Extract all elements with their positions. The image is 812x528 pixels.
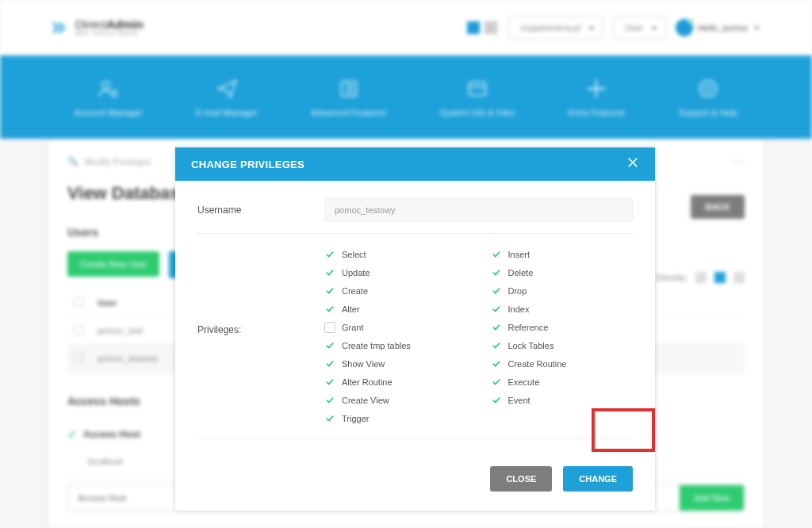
privilege-label: Create Routine [508, 359, 567, 369]
privilege-label: Alter Routine [342, 377, 393, 387]
privilege-label: Lock Tables [508, 341, 554, 350]
privilege-label: Update [342, 268, 370, 277]
check-icon[interactable] [324, 413, 335, 424]
privilege-item[interactable]: Create [324, 281, 467, 300]
top-bar: DirectAdmin web control panel mojadomena… [0, 0, 812, 55]
row-checkbox[interactable] [74, 353, 83, 362]
privileges-label: Privileges: [197, 245, 324, 335]
domain-select[interactable]: mojadomena.pl [508, 16, 603, 40]
density-normal[interactable] [714, 272, 726, 283]
privilege-label: Alter [342, 304, 360, 314]
nav-email-manager[interactable]: E-mail Manager [196, 78, 258, 117]
privilege-item[interactable]: Delete [491, 263, 634, 281]
modal-title: CHANGE PRIVILEGES [191, 159, 304, 170]
main-nav: Account Manager E-mail Manager Advanced … [0, 55, 812, 139]
username-field[interactable]: pomoc_testowy [324, 198, 633, 222]
privilege-label: Create tmp tables [342, 341, 411, 350]
check-icon[interactable] [324, 358, 335, 369]
select-all-checkbox[interactable] [74, 297, 83, 307]
check-icon[interactable] [324, 304, 335, 315]
check-icon[interactable] [324, 285, 335, 297]
close-button[interactable]: CLOSE [490, 466, 552, 492]
privilege-label: Select [342, 250, 366, 259]
privilege-label: Reference [508, 323, 549, 332]
privilege-item[interactable]: Update [324, 263, 467, 281]
nav-system-info[interactable]: System Info & Files [439, 78, 515, 117]
privilege-item[interactable]: Insert [491, 245, 634, 263]
privilege-label: Grant [342, 323, 364, 332]
checkbox-icon[interactable] [324, 322, 335, 333]
privilege-label: Event [508, 396, 530, 405]
svg-rect-2 [341, 81, 356, 96]
avatar-icon [676, 19, 693, 36]
add-host-button[interactable]: Add New [680, 485, 744, 511]
check-icon[interactable] [491, 358, 502, 369]
check-icon[interactable] [491, 249, 502, 260]
brand-logo[interactable]: DirectAdmin web control panel [52, 18, 144, 36]
privilege-item[interactable]: Create tmp tables [324, 336, 467, 354]
density-compact[interactable] [695, 272, 707, 283]
create-user-button[interactable]: Create New User [67, 251, 159, 277]
check-icon[interactable] [491, 304, 502, 315]
back-button[interactable]: BACK [691, 195, 745, 219]
check-icon[interactable] [324, 377, 335, 388]
check-icon[interactable] [324, 340, 335, 351]
check-icon[interactable] [324, 395, 335, 406]
check-icon: ✓ [67, 428, 77, 441]
username-label: Username [197, 205, 308, 216]
svg-point-5 [704, 85, 711, 92]
privilege-item[interactable]: Alter Routine [324, 373, 467, 391]
privilege-item[interactable]: Create View [324, 391, 467, 409]
privilege-label: Index [508, 304, 530, 314]
svg-point-4 [700, 80, 717, 97]
check-icon[interactable] [491, 377, 502, 388]
change-privileges-modal: CHANGE PRIVILEGES Username pomoc_testowy… [175, 147, 655, 511]
nav-extra-features[interactable]: Extra Features [568, 78, 625, 117]
svg-point-1 [111, 90, 117, 96]
brand-title: DirectAdmin [75, 18, 144, 30]
nav-account-manager[interactable]: Account Manager [75, 78, 143, 117]
check-icon[interactable] [491, 395, 502, 406]
privilege-item[interactable]: Grant [324, 318, 467, 336]
privilege-item[interactable]: Index [491, 300, 634, 318]
privilege-item[interactable]: Execute [491, 373, 634, 391]
density-comfortable[interactable] [733, 272, 745, 283]
privilege-item[interactable]: Alter [324, 300, 467, 318]
row-checkbox[interactable] [74, 325, 83, 335]
check-icon[interactable] [491, 322, 502, 333]
privilege-item[interactable]: Show View [324, 354, 467, 373]
check-icon[interactable] [324, 267, 335, 278]
privilege-item[interactable]: Trigger [324, 409, 467, 427]
account-menu[interactable]: Hello, pomoc ▼ [676, 19, 760, 36]
hello-text: Hello, pomoc [698, 23, 749, 33]
check-icon[interactable] [491, 340, 502, 351]
privilege-item[interactable]: Select [324, 245, 467, 263]
view-toggle[interactable] [467, 21, 497, 34]
privilege-label: Delete [508, 268, 534, 277]
privilege-label: Show View [342, 359, 385, 369]
page-dots-icon[interactable]: ⋯ [732, 154, 745, 169]
privilege-label: Create View [342, 396, 389, 405]
change-button[interactable]: CHANGE [563, 466, 633, 492]
check-icon[interactable] [491, 285, 502, 297]
privilege-item[interactable]: Lock Tables [491, 336, 634, 354]
privilege-item[interactable]: Reference [491, 318, 634, 336]
privilege-item[interactable]: Create Routine [491, 354, 634, 373]
privilege-label: Drop [508, 286, 527, 296]
brand-icon [52, 19, 69, 36]
brand-subtitle: web control panel [75, 30, 144, 36]
privilege-label: Create [342, 286, 368, 296]
privilege-label: Insert [508, 250, 530, 259]
user-select[interactable]: User [613, 16, 666, 40]
nav-support-help[interactable]: Support & Help [679, 78, 738, 117]
privilege-item[interactable]: Event [491, 391, 634, 409]
density-control: Density: [656, 272, 745, 283]
search-icon[interactable]: 🔍 [67, 156, 79, 166]
svg-rect-3 [469, 82, 485, 94]
svg-point-0 [102, 81, 109, 88]
nav-advanced-features[interactable]: Advanced Features [311, 78, 386, 117]
check-icon[interactable] [324, 249, 335, 260]
check-icon[interactable] [491, 267, 502, 278]
privilege-item[interactable]: Drop [491, 281, 634, 300]
close-icon[interactable] [626, 156, 639, 173]
